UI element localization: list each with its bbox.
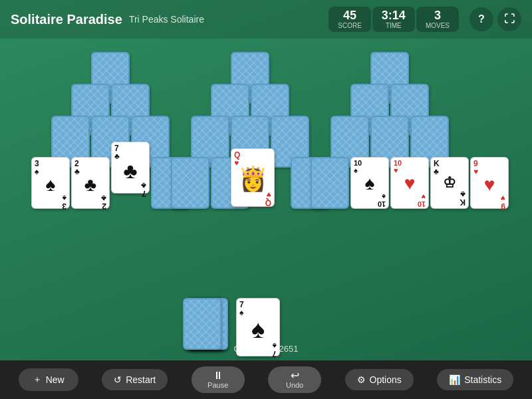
score-label: Score [338, 22, 362, 29]
undo-button[interactable]: ↩ Undo [268, 366, 321, 393]
card-rank-bottom: 7♣ [114, 182, 146, 198]
pause-icon: ⏸ [213, 370, 223, 381]
help-button[interactable]: ? [469, 7, 493, 31]
moves-stat: 3 Moves [416, 7, 459, 33]
peak3-row4-king-clubs[interactable]: K♣ ♔ K♣ [430, 157, 469, 209]
peak2-row4-card3-queen-hearts[interactable]: Q♥ 👸 Q♥ [231, 148, 275, 207]
card-rank: K♣ [434, 160, 466, 176]
restart-label: Restart [126, 374, 156, 385]
moves-label: Moves [426, 22, 450, 29]
card-rank: 2♣ [74, 160, 106, 176]
card-suit-center: ♣ [114, 160, 146, 182]
header: Solitaire Paradise Tri Peaks Solitaire 4… [0, 0, 532, 39]
app-title: Solitaire Paradise [11, 12, 122, 27]
time-value: 3:14 [382, 9, 406, 23]
peak1-row4-card1[interactable]: 3♠ ♠ 3♠ [31, 157, 70, 209]
card-rank-bottom: 10♠ [354, 193, 386, 207]
statistics-label: Statistics [464, 374, 501, 385]
card-rank: 10♠ [354, 160, 386, 174]
game-number: Game #2842651 [0, 344, 532, 354]
new-label: New [46, 374, 65, 385]
bottom-bar: ＋ New ↺ Restart ⏸ Pause ↩ Undo ⚙ Options… [0, 360, 532, 399]
moves-value: 3 [426, 9, 450, 23]
card-rank: 7♠ [239, 301, 277, 317]
options-icon: ⚙ [357, 374, 366, 385]
game-area: 3♠ ♠ 3♠ 2♣ ♣ 2♣ 7♣ ♣ 7♣ Q♥ 👸 Q♥ [0, 39, 532, 359]
restart-button[interactable]: ↺ Restart [102, 369, 168, 390]
card-suit-center: ♠ [35, 176, 66, 194]
card-rank: 7♣ [114, 144, 146, 160]
pause-button[interactable]: ⏸ Pause [192, 366, 245, 393]
card-rank-bottom: 10♥ [394, 193, 426, 207]
card-rank-bottom: Q♥ [234, 191, 271, 207]
score-stat: 45 Score [329, 7, 371, 33]
peak2-row4-card1[interactable] [171, 157, 209, 209]
new-button[interactable]: ＋ New [19, 368, 78, 391]
card-suit-center: ♣ [74, 176, 106, 194]
pause-label: Pause [207, 381, 228, 389]
card-rank: 3♠ [35, 160, 66, 176]
card-center-face: ♔ [434, 176, 466, 190]
header-left: Solitaire Paradise Tri Peaks Solitaire [11, 12, 204, 27]
card-rank-bottom: 9♥ [473, 194, 505, 210]
game-subtitle: Tri Peaks Solitaire [129, 14, 204, 25]
card-center-face: 👸 [234, 167, 271, 191]
card-suit-center: ♠ [354, 174, 386, 193]
peak3-row4-card1[interactable] [311, 157, 349, 209]
fullscreen-button[interactable]: ⛶ [497, 7, 521, 31]
statistics-button[interactable]: 📊 Statistics [437, 369, 513, 390]
peak3-row4-9hearts[interactable]: 9♥ ♥ 9♥ [470, 157, 509, 209]
peak3-row4-10hearts[interactable]: 10♥ ♥ 10♥ [390, 157, 429, 209]
undo-label: Undo [286, 381, 303, 389]
card-rank-bottom: 3♠ [35, 194, 66, 210]
statistics-icon: 📊 [449, 374, 460, 385]
stock-card-top[interactable] [183, 298, 221, 350]
card-rank-bottom: K♣ [434, 190, 466, 206]
time-stat: 3:14 Time [372, 7, 415, 33]
card-rank-bottom: 2♣ [74, 194, 106, 210]
header-stats: 45 Score 3:14 Time 3 Moves [329, 7, 459, 33]
card-suit-center: ♥ [394, 174, 426, 193]
undo-icon: ↩ [291, 370, 299, 381]
options-label: Options [370, 374, 402, 385]
peak3-row4-10spades[interactable]: 10♠ ♠ 10♠ [350, 157, 389, 209]
card-suit-center: ♥ [473, 176, 505, 194]
peak1-row4-card2[interactable]: 2♣ ♣ 2♣ [71, 157, 110, 209]
restart-icon: ↺ [114, 374, 122, 385]
score-value: 45 [338, 9, 362, 23]
card-rank: 10♥ [394, 160, 426, 174]
header-icons: ? ⛶ [469, 7, 521, 31]
card-rank: 9♥ [473, 160, 505, 176]
new-icon: ＋ [33, 374, 42, 386]
card-suit-center: ♠ [239, 317, 277, 342]
options-button[interactable]: ⚙ Options [345, 369, 414, 390]
peak1-row4-card3[interactable]: 7♣ ♣ 7♣ [111, 142, 150, 194]
time-label: Time [382, 22, 406, 29]
